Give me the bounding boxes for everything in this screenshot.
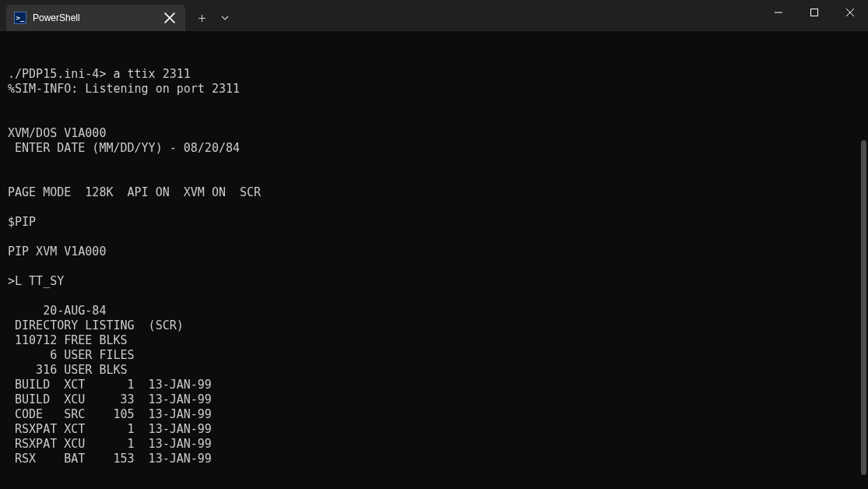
- powershell-icon: >_: [14, 12, 26, 24]
- scrollbar-thumb[interactable]: [861, 140, 866, 475]
- new-tab-button[interactable]: [190, 6, 213, 30]
- terminal-output[interactable]: ./PDP15.ini-4> a ttix 2311 %SIM-INFO: Li…: [0, 31, 868, 489]
- tab-dropdown-button[interactable]: [213, 6, 237, 30]
- window-controls: [761, 0, 868, 25]
- tab-powershell[interactable]: >_ PowerShell: [6, 5, 185, 31]
- tab-close-button[interactable]: [163, 12, 176, 24]
- minimize-button[interactable]: [761, 0, 796, 25]
- terminal-content: ./PDP15.ini-4> a ttix 2311 %SIM-INFO: Li…: [8, 67, 860, 489]
- close-button[interactable]: [832, 0, 868, 25]
- svg-rect-0: [811, 9, 818, 16]
- tab-actions: [190, 5, 237, 31]
- tab-title: PowerShell: [33, 12, 163, 23]
- window-titlebar: >_ PowerShell: [0, 0, 868, 31]
- maximize-button[interactable]: [796, 0, 832, 25]
